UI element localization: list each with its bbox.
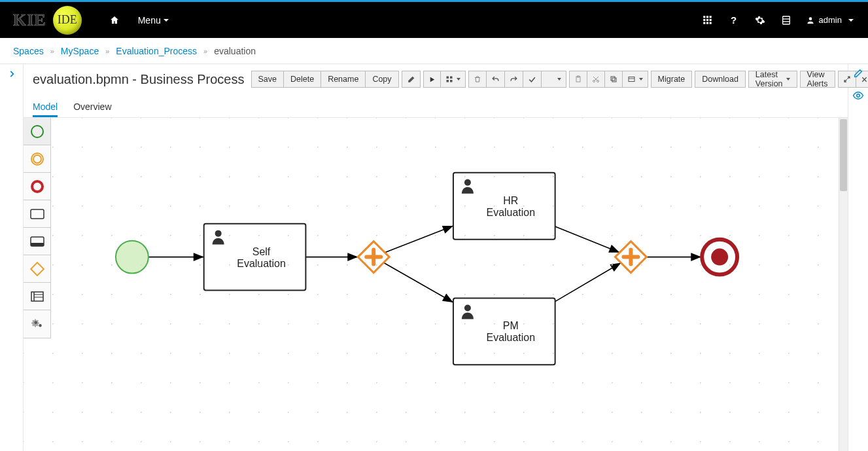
home-icon — [109, 15, 120, 26]
tab-overview[interactable]: Overview — [73, 101, 111, 117]
svg-rect-7 — [706, 22, 708, 24]
palette-task[interactable] — [24, 200, 50, 228]
svg-rect-16 — [450, 80, 453, 82]
undo-button[interactable] — [487, 71, 505, 88]
palette-intermediate-event[interactable] — [24, 145, 50, 173]
project-explorer-toggle[interactable] — [0, 64, 24, 451]
breadcrumb-sep: » — [203, 47, 207, 55]
migrate-button[interactable]: Migrate — [651, 71, 693, 88]
svg-point-41 — [857, 94, 860, 98]
right-rail — [848, 64, 868, 451]
svg-rect-9 — [782, 16, 790, 24]
editor-toolbar: Save Delete Rename Copy — [251, 71, 869, 88]
redo-icon — [510, 75, 518, 84]
gear-icon — [755, 15, 765, 26]
svg-rect-5 — [710, 19, 712, 21]
breadcrumb-sep: » — [50, 47, 54, 55]
layout-icon — [627, 75, 636, 83]
download-dropdown-button[interactable] — [542, 71, 566, 88]
svg-rect-6 — [703, 22, 705, 24]
gears-icon — [31, 318, 43, 330]
apps-button[interactable] — [695, 2, 721, 38]
task-icon — [30, 209, 44, 219]
preview-toggle[interactable] — [852, 90, 864, 103]
undo-icon — [491, 75, 500, 84]
editor-tabs: Model Overview — [24, 94, 848, 118]
trash-icon — [474, 75, 481, 83]
breadcrumb-spaces[interactable]: Spaces — [13, 46, 44, 56]
redo-button[interactable] — [505, 71, 523, 88]
end-event-icon — [30, 179, 44, 194]
delete-button[interactable]: Delete — [284, 71, 321, 88]
help-button[interactable]: ? — [721, 2, 747, 38]
copy-icon-button[interactable] — [605, 71, 623, 88]
subprocess-icon — [30, 236, 44, 247]
chevron-down-icon — [457, 78, 460, 81]
servers-button[interactable] — [773, 2, 799, 38]
palette-settings[interactable] — [24, 310, 50, 338]
gateway-icon — [30, 262, 44, 276]
grid-icon — [703, 15, 712, 25]
edit-icon — [853, 68, 863, 79]
lane-icon — [31, 291, 44, 302]
scrollbar-thumb[interactable] — [840, 119, 847, 191]
chevron-down-icon — [639, 78, 643, 81]
svg-rect-37 — [31, 292, 43, 301]
properties-toggle[interactable] — [853, 68, 863, 81]
svg-rect-8 — [710, 22, 712, 24]
svg-rect-21 — [612, 78, 616, 82]
breadcrumb-asset: evaluation — [214, 46, 256, 56]
validate-button[interactable] — [523, 71, 542, 88]
eraser-button[interactable] — [402, 71, 421, 88]
eraser-icon — [407, 75, 415, 84]
svg-rect-0 — [703, 16, 705, 18]
svg-rect-3 — [703, 19, 705, 21]
play-button[interactable] — [423, 71, 441, 88]
tab-model[interactable]: Model — [33, 101, 58, 117]
chevron-down-icon — [848, 19, 854, 22]
palette-gateway[interactable] — [24, 255, 50, 283]
scissors-icon — [592, 75, 600, 83]
brand-kie-text: KIE — [13, 10, 46, 30]
trash-button[interactable] — [468, 71, 487, 88]
intermediate-event-icon — [30, 152, 44, 166]
brand-logo[interactable]: KIE IDE — [13, 6, 82, 35]
svg-rect-35 — [31, 243, 44, 246]
main-navbar: KIE IDE Menu ? admin — [0, 2, 868, 38]
breadcrumb-myspace[interactable]: MySpace — [61, 46, 99, 56]
home-nav-button[interactable] — [100, 2, 129, 38]
save-button[interactable]: Save — [251, 71, 285, 88]
copy-icon — [610, 75, 617, 83]
svg-point-32 — [32, 181, 43, 192]
svg-point-31 — [33, 155, 41, 163]
bpmn-canvas[interactable]: SelfEvaluationHREvaluationPMEvaluation — [24, 118, 848, 451]
palette-start-event[interactable] — [24, 118, 50, 145]
cut-button[interactable] — [587, 71, 605, 88]
grid-toggle-button[interactable] — [441, 71, 466, 88]
grid-small-icon — [445, 75, 453, 83]
palette-end-event[interactable] — [24, 173, 50, 200]
user-menu[interactable]: admin — [799, 2, 860, 38]
svg-rect-36 — [31, 262, 44, 276]
layout-dropdown-button[interactable] — [623, 71, 648, 88]
settings-button[interactable] — [747, 2, 773, 38]
chevron-right-icon — [7, 69, 16, 79]
paste-button[interactable] — [569, 71, 587, 88]
editor-title: evaluation.bpmn - Business Process — [33, 72, 245, 87]
canvas-scrollbar[interactable] — [839, 118, 848, 451]
palette-lane[interactable] — [24, 283, 50, 310]
palette-subprocess[interactable] — [24, 228, 50, 255]
copy-button[interactable]: Copy — [366, 71, 398, 88]
latest-version-label: Latest Version — [755, 70, 783, 88]
menu-nav-dropdown[interactable]: Menu — [129, 2, 178, 38]
latest-version-dropdown[interactable]: Latest Version — [748, 71, 797, 88]
rename-button[interactable]: Rename — [321, 71, 366, 88]
download-button[interactable]: Download — [695, 71, 746, 88]
view-alerts-button[interactable]: View Alerts — [800, 71, 835, 88]
svg-rect-14 — [450, 77, 453, 79]
svg-rect-23 — [629, 77, 634, 82]
chevron-down-icon — [786, 78, 790, 81]
svg-point-12 — [808, 17, 812, 20]
breadcrumb-project[interactable]: Evaluation_Process — [116, 46, 197, 56]
clipboard-icon — [574, 75, 582, 83]
